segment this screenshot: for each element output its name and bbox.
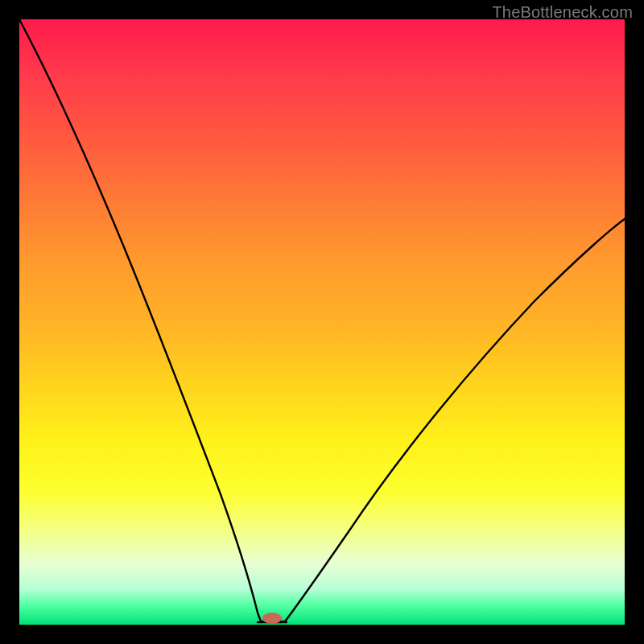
watermark-text: TheBottleneck.com xyxy=(492,3,633,22)
bottleneck-curve-path xyxy=(19,19,625,621)
bottleneck-curve-svg xyxy=(19,19,625,625)
chart-frame: TheBottleneck.com xyxy=(0,0,644,644)
plot-area xyxy=(19,19,625,625)
optimal-point-marker xyxy=(262,613,282,624)
